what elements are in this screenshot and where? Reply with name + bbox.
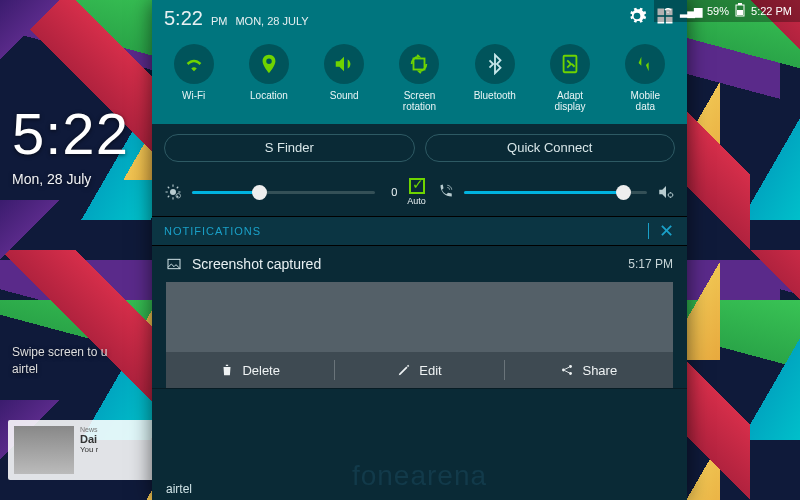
lock-time: 5:22 — [12, 100, 129, 167]
magazine-thumb — [14, 426, 74, 474]
svg-point-14 — [570, 365, 573, 368]
utility-row: S Finder Quick Connect — [152, 124, 687, 172]
toggle-sound[interactable]: Sound — [308, 44, 380, 112]
battery-icon — [735, 3, 745, 19]
svg-point-13 — [563, 369, 566, 372]
toggle-wifi[interactable]: Wi-Fi — [158, 44, 230, 112]
battery-text: 59% — [707, 5, 729, 17]
toggle-adapt-display[interactable]: Adaptdisplay — [534, 44, 606, 112]
call-volume-icon — [436, 183, 454, 201]
toggle-location[interactable]: Location — [233, 44, 305, 112]
delete-button[interactable]: Delete — [166, 352, 334, 388]
panel-ampm: PM — [211, 15, 228, 27]
image-icon — [166, 256, 182, 272]
svg-rect-2 — [737, 10, 743, 15]
toggle-bluetooth[interactable]: Bluetooth — [459, 44, 531, 112]
pencil-icon — [397, 363, 411, 377]
quick-toggles: Wi-Fi Location Sound Screenrotation Blue… — [152, 36, 687, 124]
toggle-rotation[interactable]: Screenrotation — [383, 44, 455, 112]
system-status-bar: ▂▄▆ 59% 5:22 PM — [654, 0, 800, 22]
notifications-label: NOTIFICATIONS — [164, 225, 261, 237]
signal-icon: ▂▄▆ — [680, 5, 701, 18]
trash-icon — [220, 363, 234, 377]
panel-empty-area: fonearena airtel — [152, 389, 687, 500]
notification-title: Screenshot captured — [192, 256, 321, 272]
toggle-mobile-data[interactable]: Mobiledata — [609, 44, 681, 112]
panel-time: 5:22 — [164, 7, 203, 30]
watermark: fonearena — [152, 460, 687, 492]
sound-settings-icon — [657, 183, 675, 201]
lock-date: Mon, 28 July — [12, 171, 129, 187]
notification-item[interactable]: Screenshot captured 5:17 PM Delete Edit … — [152, 246, 687, 389]
screenshot-preview — [166, 282, 673, 352]
toggle-adapt-label: Adaptdisplay — [554, 90, 585, 112]
settings-icon[interactable] — [627, 6, 647, 30]
quickconnect-button[interactable]: Quick Connect — [425, 134, 676, 162]
sliders-row: 0 Auto — [152, 172, 687, 216]
share-icon — [560, 363, 574, 377]
panel-carrier: airtel — [166, 482, 192, 496]
magazine-text: News Dai You r — [80, 426, 98, 474]
svg-rect-1 — [738, 3, 742, 5]
panel-date: MON, 28 JULY — [235, 15, 308, 27]
brightness-slider[interactable] — [192, 191, 375, 194]
toggle-rotation-label: Screenrotation — [403, 90, 436, 112]
notifications-header: NOTIFICATIONS ✕ — [152, 216, 687, 246]
notification-time: 5:17 PM — [628, 257, 673, 271]
notification-actions: Delete Edit Share — [166, 352, 673, 388]
lock-screen: 5:22 Mon, 28 July Swipe screen to u airt… — [12, 100, 129, 187]
toggle-data-label: Mobiledata — [631, 90, 660, 112]
brightness-value: 0 — [385, 186, 397, 198]
svg-point-10 — [176, 194, 181, 199]
wifi-status-icon — [662, 4, 674, 18]
share-button[interactable]: Share — [505, 352, 673, 388]
lock-swipe-hint: Swipe screen to u — [12, 345, 152, 359]
svg-rect-7 — [414, 59, 425, 70]
sfinder-button[interactable]: S Finder — [164, 134, 415, 162]
system-time: 5:22 PM — [751, 5, 792, 17]
lock-carrier: airtel — [12, 362, 38, 376]
brightness-icon — [164, 183, 182, 201]
edit-button[interactable]: Edit — [335, 352, 503, 388]
clear-notifications-button[interactable]: ✕ — [659, 220, 675, 242]
notification-panel: 5:22 PM MON, 28 JULY Wi-Fi Location Soun… — [152, 0, 687, 500]
auto-brightness-checkbox[interactable]: Auto — [407, 178, 426, 206]
panel-header: 5:22 PM MON, 28 JULY — [152, 0, 687, 36]
volume-slider[interactable] — [464, 191, 647, 194]
svg-point-15 — [570, 372, 573, 375]
svg-point-9 — [170, 189, 176, 195]
